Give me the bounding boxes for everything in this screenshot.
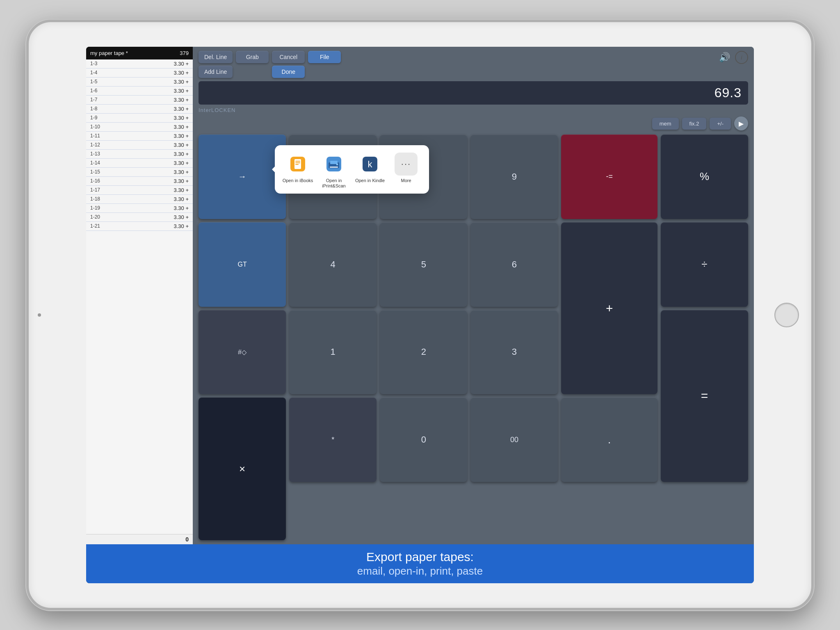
row-label: 1-8	[90, 106, 97, 112]
sound-icon[interactable]: 🔊	[719, 52, 730, 63]
row-value: 3.30 +	[173, 196, 189, 202]
row-value: 3.30 +	[173, 187, 189, 193]
tape-row[interactable]: 1-173.30 +	[86, 186, 193, 195]
toolbar-col-mid2: Cancel Done	[272, 51, 305, 78]
tape-row[interactable]: 1-153.30 +	[86, 168, 193, 177]
tape-row[interactable]: 1-113.30 +	[86, 132, 193, 141]
cancel-button[interactable]: Cancel	[272, 51, 305, 63]
del-line-button[interactable]: Del. Line	[199, 51, 233, 63]
key-decimal[interactable]: .	[561, 397, 657, 482]
caption-line1: Export paper tapes:	[94, 550, 746, 564]
tape-row[interactable]: 1-83.30 +	[86, 105, 193, 114]
key-hash-diamond[interactable]: #◇	[199, 310, 286, 395]
key-star[interactable]: *	[289, 397, 377, 482]
row-label: 1-15	[90, 169, 100, 175]
add-line-button[interactable]: Add Line	[199, 66, 233, 78]
row-value: 3.30 +	[173, 70, 189, 76]
key-5[interactable]: 5	[380, 222, 467, 307]
key-3[interactable]: 3	[470, 310, 558, 395]
key-00[interactable]: 00	[470, 397, 558, 482]
key-gt[interactable]: GT	[199, 222, 286, 307]
tape-title: my paper tape *	[90, 50, 128, 56]
row-value: 3.30 +	[173, 169, 189, 175]
tape-row[interactable]: 1-53.30 +	[86, 78, 193, 87]
tape-row[interactable]: 1-43.30 +	[86, 68, 193, 78]
plus-minus-button[interactable]: +/-	[710, 118, 731, 130]
key-minus-equals[interactable]: -=	[561, 135, 657, 219]
row-label: 1-4	[90, 70, 97, 76]
app-label-ibooks: Open in iBooks	[283, 178, 313, 183]
tape-row[interactable]: 1-103.30 +	[86, 123, 193, 132]
caption-bar: Export paper tapes: email, open-in, prin…	[86, 544, 754, 583]
key-2[interactable]: 2	[380, 310, 467, 395]
key-equals[interactable]: =	[661, 310, 748, 482]
row-label: 1-19	[90, 205, 100, 211]
row-value: 3.30 +	[173, 151, 189, 157]
tape-row[interactable]: 1-93.30 +	[86, 114, 193, 123]
share-app-more[interactable]: ···More	[390, 153, 422, 183]
row-value: 3.30 +	[173, 142, 189, 148]
main-content: my paper tape * 379 1-33.30 +1-43.30 +1-…	[86, 47, 754, 544]
mem-button[interactable]: mem	[652, 118, 679, 130]
app-icon-ibooks	[286, 153, 309, 176]
row-value: 3.30 +	[173, 124, 189, 130]
file-button[interactable]: File	[308, 51, 341, 63]
row-value: 3.30 +	[173, 214, 189, 220]
key-9[interactable]: 9	[470, 135, 558, 219]
home-button[interactable]	[774, 303, 799, 327]
row-label: 1-6	[90, 88, 97, 94]
key-percent[interactable]: %	[661, 135, 748, 219]
row-label: 1-5	[90, 79, 97, 85]
key-4[interactable]: 4	[289, 222, 377, 307]
memory-row: mem fix.2 +/- ▶	[199, 116, 748, 130]
tape-row[interactable]: 1-183.30 +	[86, 195, 193, 204]
row-value: 3.30 +	[173, 88, 189, 94]
tape-row[interactable]: 1-33.30 +	[86, 59, 193, 68]
key-plus[interactable]: +	[561, 222, 657, 395]
share-app-brother[interactable]: Open in iPrint&Scan	[317, 153, 350, 189]
info-icon[interactable]: i	[735, 51, 748, 64]
tape-row[interactable]: 1-63.30 +	[86, 87, 193, 96]
arrow-button[interactable]: ▶	[734, 116, 748, 130]
key-arrow[interactable]: →	[199, 135, 286, 219]
tape-row[interactable]: 1-133.30 +	[86, 150, 193, 159]
tape-row[interactable]: 1-123.30 +	[86, 141, 193, 150]
app-label-brother: Open in iPrint&Scan	[317, 178, 350, 189]
tape-row[interactable]: 1-73.30 +	[86, 96, 193, 105]
tape-row[interactable]: 1-193.30 +	[86, 204, 193, 213]
key-times[interactable]: ×	[199, 397, 286, 540]
fix2-button[interactable]: fix.2	[682, 118, 707, 130]
row-value: 3.30 +	[173, 160, 189, 166]
row-label: 1-12	[90, 142, 100, 148]
row-value: 3.30 +	[173, 178, 189, 184]
row-label: 1-20	[90, 214, 100, 220]
row-label: 1-14	[90, 160, 100, 166]
row-label: 1-16	[90, 178, 100, 184]
share-app-ibooks[interactable]: Open in iBooks	[281, 153, 314, 183]
done-button[interactable]: Done	[272, 66, 305, 78]
share-app-kindle[interactable]: kOpen in Kindle	[354, 153, 386, 183]
app-label-more: More	[401, 178, 411, 183]
key-1[interactable]: 1	[289, 310, 377, 395]
row-value: 3.30 +	[173, 205, 189, 211]
row-label: 1-17	[90, 187, 100, 193]
calculator-panel: Del. Line Add Line Grab Cancel Done File	[193, 47, 754, 544]
tape-row[interactable]: 1-143.30 +	[86, 159, 193, 168]
key-0[interactable]: 0	[380, 397, 467, 482]
row-value: 3.30 +	[173, 97, 189, 103]
tape-row[interactable]: 1-203.30 +	[86, 213, 193, 222]
row-label: 1-10	[90, 124, 100, 130]
key-6[interactable]: 6	[470, 222, 558, 307]
row-label: 1-13	[90, 151, 100, 157]
keypad: → 7 8 9 -= % GT 4 5 6 + ÷ #◇ 1 2	[199, 135, 748, 540]
key-divide[interactable]: ÷	[661, 222, 748, 307]
row-value: 3.30 +	[173, 133, 189, 139]
grab-button[interactable]: Grab	[236, 51, 269, 63]
tape-row[interactable]: 1-163.30 +	[86, 177, 193, 186]
brand-label: InterLOCKEN	[199, 107, 748, 113]
ipad-screen: my paper tape * 379 1-33.30 +1-43.30 +1-…	[86, 47, 754, 583]
toolbar-right: 🔊 i	[719, 51, 748, 64]
row-value: 3.30 +	[173, 61, 189, 67]
tape-row[interactable]: 1-213.30 +	[86, 222, 193, 231]
svg-text:k: k	[368, 159, 373, 169]
